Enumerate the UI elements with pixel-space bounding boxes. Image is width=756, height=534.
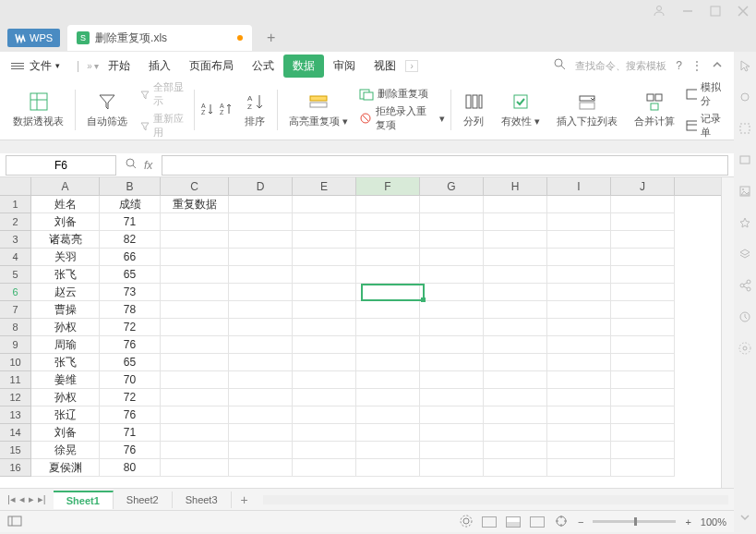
cell[interactable]	[484, 389, 547, 407]
file-tab[interactable]: S 删除重复项.xls	[67, 25, 252, 51]
picture-icon[interactable]	[738, 185, 751, 201]
cell[interactable]	[161, 284, 229, 301]
menu-home[interactable]: 开始	[99, 55, 139, 78]
expand-sidebar[interactable]	[739, 510, 750, 527]
cell[interactable]	[420, 196, 484, 213]
col-header-I[interactable]: I	[547, 177, 611, 195]
cell[interactable]: 78	[100, 301, 161, 319]
cell[interactable]	[611, 459, 675, 477]
overflow-left[interactable]: » ▾	[87, 61, 99, 71]
cell[interactable]	[356, 459, 420, 477]
simulate-button[interactable]: 模拟分	[686, 80, 726, 108]
menu-formula[interactable]: 公式	[243, 55, 283, 78]
column-headers[interactable]: A B C D E F G H I J	[0, 177, 721, 196]
more-button[interactable]: ⋮	[691, 59, 702, 72]
horizontal-scrollbar[interactable]	[263, 495, 728, 504]
table-row[interactable]: 16夏侯渊80	[0, 459, 721, 477]
cell[interactable]	[356, 407, 420, 424]
cell[interactable]	[484, 442, 547, 459]
reading-mode-icon[interactable]	[554, 515, 569, 529]
cell[interactable]	[356, 284, 420, 301]
cell[interactable]: 徐晃	[31, 442, 100, 459]
properties-icon[interactable]	[738, 153, 751, 170]
record-form-button[interactable]: 记录单	[686, 112, 726, 140]
cell[interactable]	[611, 284, 675, 301]
star-icon[interactable]	[738, 216, 751, 233]
cell[interactable]	[293, 442, 356, 459]
cell[interactable]	[293, 389, 356, 407]
cell[interactable]	[420, 442, 484, 459]
cell[interactable]	[161, 407, 229, 424]
show-all-button[interactable]: 全部显示	[138, 80, 188, 108]
spreadsheet-grid[interactable]: A B C D E F G H I J 1姓名成绩重复数据2刘备713诸葛亮82…	[0, 177, 734, 488]
cell[interactable]	[611, 371, 675, 389]
expand-namebox-icon[interactable]	[126, 158, 137, 172]
sheet-tab-1[interactable]: Sheet1	[54, 491, 114, 509]
cell[interactable]: 72	[100, 389, 161, 407]
cell[interactable]	[356, 424, 420, 442]
cell[interactable]: 张飞	[31, 354, 100, 371]
cell[interactable]	[161, 424, 229, 442]
cell[interactable]	[484, 284, 547, 301]
cell[interactable]: 76	[100, 442, 161, 459]
sort-button[interactable]: AZ 排序	[238, 89, 271, 130]
cell[interactable]	[293, 424, 356, 442]
col-header-A[interactable]: A	[31, 177, 100, 195]
cell[interactable]	[293, 371, 356, 389]
cell[interactable]: 刘备	[31, 424, 100, 442]
cell[interactable]	[229, 301, 293, 319]
cell[interactable]: 赵云	[31, 284, 100, 301]
cell[interactable]	[293, 301, 356, 319]
table-row[interactable]: 15徐晃76	[0, 442, 721, 459]
view-normal[interactable]	[482, 516, 497, 528]
row-header[interactable]: 8	[0, 319, 31, 336]
cell[interactable]	[420, 371, 484, 389]
cell[interactable]	[161, 442, 229, 459]
file-menu[interactable]: 文件▾	[30, 58, 60, 74]
cell[interactable]	[161, 459, 229, 477]
cell[interactable]	[484, 371, 547, 389]
cell[interactable]	[611, 196, 675, 213]
cell[interactable]	[420, 266, 484, 284]
cell[interactable]	[229, 459, 293, 477]
cell[interactable]	[356, 249, 420, 266]
sheet-nav-next[interactable]: ▸	[29, 493, 34, 505]
cell[interactable]	[356, 319, 420, 336]
cell[interactable]	[293, 249, 356, 266]
menu-data[interactable]: 数据	[283, 55, 324, 78]
table-row[interactable]: 7曹操78	[0, 301, 721, 319]
table-row[interactable]: 1姓名成绩重复数据	[0, 196, 721, 213]
cell[interactable]	[356, 266, 420, 284]
cell[interactable]	[484, 301, 547, 319]
cell[interactable]	[356, 389, 420, 407]
cell[interactable]	[547, 196, 611, 213]
table-row[interactable]: 3诸葛亮82	[0, 231, 721, 249]
cell[interactable]	[484, 407, 547, 424]
menu-insert[interactable]: 插入	[139, 55, 180, 78]
table-row[interactable]: 8孙权72	[0, 319, 721, 336]
cell[interactable]: 曹操	[31, 301, 100, 319]
cell[interactable]	[293, 196, 356, 213]
col-header-C[interactable]: C	[161, 177, 229, 195]
cell[interactable]	[293, 319, 356, 336]
cell[interactable]	[484, 213, 547, 231]
cell[interactable]	[484, 459, 547, 477]
reapply-button[interactable]: 重新应用	[138, 112, 188, 140]
cell[interactable]	[547, 266, 611, 284]
cell[interactable]	[161, 301, 229, 319]
highlight-dup-button[interactable]: 高亮重复项 ▾	[283, 89, 354, 130]
cell[interactable]	[420, 336, 484, 354]
cell[interactable]	[356, 442, 420, 459]
cell[interactable]	[611, 301, 675, 319]
cell[interactable]	[356, 231, 420, 249]
cell[interactable]	[611, 354, 675, 371]
cell[interactable]: 71	[100, 213, 161, 231]
cell[interactable]: 关羽	[31, 249, 100, 266]
cell[interactable]	[611, 424, 675, 442]
settings-cog-icon[interactable]	[460, 515, 473, 529]
sheet-nav-first[interactable]: |◂	[7, 493, 16, 505]
cell[interactable]	[547, 213, 611, 231]
pivot-table-button[interactable]: 数据透视表	[7, 89, 69, 130]
cell[interactable]: 73	[100, 284, 161, 301]
cell[interactable]	[484, 424, 547, 442]
